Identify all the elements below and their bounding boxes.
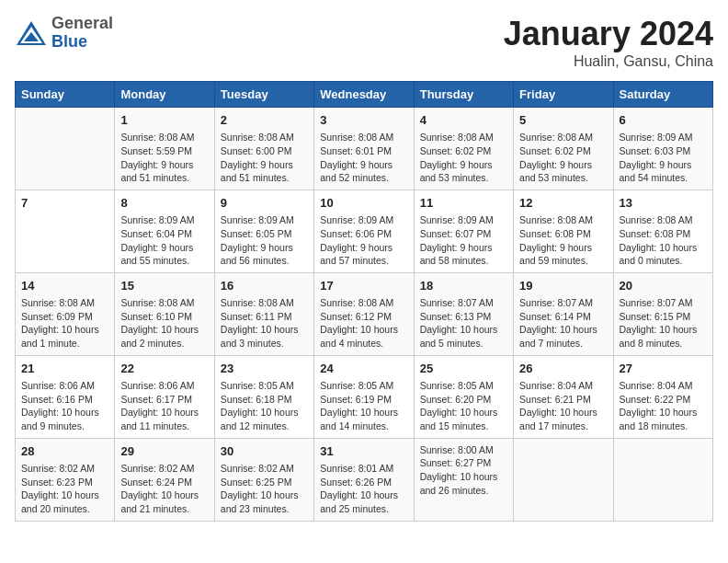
table-row: 11Sunrise: 8:09 AMSunset: 6:07 PMDayligh… — [414, 190, 513, 272]
day-info: Sunrise: 8:08 AMSunset: 6:11 PMDaylight:… — [221, 296, 308, 350]
day-info: Sunrise: 8:06 AMSunset: 6:16 PMDaylight:… — [21, 379, 108, 433]
day-info: Sunrise: 8:04 AMSunset: 6:22 PMDaylight:… — [620, 379, 707, 433]
table-row: 6Sunrise: 8:09 AMSunset: 6:03 PMDaylight… — [613, 108, 712, 190]
calendar-week-row: 28Sunrise: 8:02 AMSunset: 6:23 PMDayligh… — [16, 438, 713, 521]
day-number: 5 — [519, 112, 607, 129]
day-info: Sunrise: 8:08 AMSunset: 6:08 PMDaylight:… — [620, 213, 707, 268]
table-row — [613, 438, 712, 521]
day-number: 1 — [120, 112, 208, 129]
day-number: 20 — [620, 278, 707, 294]
table-row: 31Sunrise: 8:01 AMSunset: 6:26 PMDayligh… — [314, 438, 414, 521]
table-row: 20Sunrise: 8:07 AMSunset: 6:15 PMDayligh… — [613, 272, 712, 355]
table-row: 10Sunrise: 8:09 AMSunset: 6:06 PMDayligh… — [314, 190, 414, 272]
table-row: 14Sunrise: 8:08 AMSunset: 6:09 PMDayligh… — [16, 272, 115, 355]
table-row: 13Sunrise: 8:08 AMSunset: 6:08 PMDayligh… — [613, 190, 712, 272]
day-number: 2 — [221, 112, 308, 129]
col-thursday: Thursday — [414, 82, 513, 108]
logo: General Blue — [15, 15, 113, 52]
day-info: Sunrise: 8:08 AMSunset: 6:09 PMDaylight:… — [21, 296, 108, 350]
day-number: 17 — [320, 278, 407, 294]
day-number: 13 — [620, 195, 707, 212]
day-number: 10 — [320, 195, 407, 212]
day-number: 26 — [519, 361, 607, 377]
page-header: General Blue January 2024 Hualin, Gansu,… — [15, 15, 713, 70]
day-info: Sunrise: 8:08 AMSunset: 6:01 PMDaylight:… — [320, 131, 407, 185]
day-number: 6 — [620, 112, 707, 129]
col-tuesday: Tuesday — [214, 82, 313, 108]
day-info: Sunrise: 8:08 AMSunset: 5:59 PMDaylight:… — [120, 131, 208, 185]
table-row — [16, 108, 115, 190]
calendar-week-row: 78Sunrise: 8:09 AMSunset: 6:04 PMDayligh… — [16, 190, 713, 272]
table-row: Sunrise: 8:00 AMSunset: 6:27 PMDaylight:… — [414, 438, 513, 521]
day-number: 16 — [221, 278, 308, 294]
day-number: 3 — [320, 112, 407, 129]
day-info: Sunrise: 8:05 AMSunset: 6:20 PMDaylight:… — [420, 379, 507, 433]
day-info: Sunrise: 8:02 AMSunset: 6:24 PMDaylight:… — [120, 462, 208, 516]
day-info: Sunrise: 8:02 AMSunset: 6:23 PMDaylight:… — [21, 462, 108, 516]
day-number: 15 — [120, 278, 208, 294]
table-row: 12Sunrise: 8:08 AMSunset: 6:08 PMDayligh… — [514, 190, 613, 272]
col-saturday: Saturday — [613, 82, 712, 108]
day-number: 14 — [21, 278, 108, 294]
table-row: 21Sunrise: 8:06 AMSunset: 6:16 PMDayligh… — [16, 355, 115, 438]
table-row: 2Sunrise: 8:08 AMSunset: 6:00 PMDaylight… — [214, 108, 313, 190]
logo-text: General Blue — [51, 15, 113, 52]
logo-general: General — [51, 14, 113, 32]
calendar-week-row: 21Sunrise: 8:06 AMSunset: 6:16 PMDayligh… — [16, 355, 713, 438]
table-row: 15Sunrise: 8:08 AMSunset: 6:10 PMDayligh… — [115, 272, 214, 355]
day-info: Sunrise: 8:09 AMSunset: 6:05 PMDaylight:… — [221, 213, 308, 268]
day-info: Sunrise: 8:05 AMSunset: 6:18 PMDaylight:… — [221, 379, 308, 433]
table-row: 25Sunrise: 8:05 AMSunset: 6:20 PMDayligh… — [414, 355, 513, 438]
day-number: 24 — [320, 361, 407, 377]
day-info: Sunrise: 8:08 AMSunset: 6:12 PMDaylight:… — [320, 296, 407, 350]
day-number: 22 — [120, 361, 208, 377]
col-wednesday: Wednesday — [314, 82, 414, 108]
table-row: 26Sunrise: 8:04 AMSunset: 6:21 PMDayligh… — [514, 355, 613, 438]
day-info: Sunrise: 8:07 AMSunset: 6:13 PMDaylight:… — [420, 296, 507, 350]
table-row: 18Sunrise: 8:07 AMSunset: 6:13 PMDayligh… — [414, 272, 513, 355]
day-number: 28 — [21, 443, 108, 460]
day-info: Sunrise: 8:08 AMSunset: 6:02 PMDaylight:… — [420, 131, 507, 185]
day-number: 31 — [320, 443, 407, 460]
logo-blue: Blue — [51, 32, 87, 51]
table-row: 28Sunrise: 8:02 AMSunset: 6:23 PMDayligh… — [16, 438, 115, 521]
day-info: Sunrise: 8:08 AMSunset: 6:00 PMDaylight:… — [221, 131, 308, 185]
table-row: 27Sunrise: 8:04 AMSunset: 6:22 PMDayligh… — [613, 355, 712, 438]
day-number: 11 — [420, 195, 507, 212]
location: Hualin, Gansu, China — [504, 53, 713, 70]
day-number: 7 — [21, 195, 108, 212]
day-info: Sunrise: 8:07 AMSunset: 6:15 PMDaylight:… — [620, 296, 707, 350]
day-info: Sunrise: 8:04 AMSunset: 6:21 PMDaylight:… — [519, 379, 607, 433]
calendar-table: Sunday Monday Tuesday Wednesday Thursday… — [15, 81, 713, 522]
table-row: 3Sunrise: 8:08 AMSunset: 6:01 PMDaylight… — [314, 108, 414, 190]
table-row: 9Sunrise: 8:09 AMSunset: 6:05 PMDaylight… — [214, 190, 313, 272]
col-monday: Monday — [115, 82, 214, 108]
table-row: 23Sunrise: 8:05 AMSunset: 6:18 PMDayligh… — [214, 355, 313, 438]
day-info: Sunrise: 8:09 AMSunset: 6:03 PMDaylight:… — [620, 131, 707, 185]
table-row: 4Sunrise: 8:08 AMSunset: 6:02 PMDaylight… — [414, 108, 513, 190]
day-info: Sunrise: 8:00 AMSunset: 6:27 PMDaylight:… — [420, 443, 507, 498]
table-row: 24Sunrise: 8:05 AMSunset: 6:19 PMDayligh… — [314, 355, 414, 438]
day-number: 21 — [21, 361, 108, 377]
day-number: 4 — [420, 112, 507, 129]
day-info: Sunrise: 8:09 AMSunset: 6:04 PMDaylight:… — [120, 213, 208, 268]
day-number: 25 — [420, 361, 507, 377]
day-info: Sunrise: 8:07 AMSunset: 6:14 PMDaylight:… — [519, 296, 607, 350]
table-row: 30Sunrise: 8:02 AMSunset: 6:25 PMDayligh… — [214, 438, 313, 521]
day-number: 18 — [420, 278, 507, 294]
day-number: 9 — [221, 195, 308, 212]
day-info: Sunrise: 8:02 AMSunset: 6:25 PMDaylight:… — [221, 462, 308, 516]
day-number: 23 — [221, 361, 308, 377]
day-number: 19 — [519, 278, 607, 294]
day-number: 30 — [221, 443, 308, 460]
col-friday: Friday — [514, 82, 613, 108]
table-row: 5Sunrise: 8:08 AMSunset: 6:02 PMDaylight… — [514, 108, 613, 190]
day-info: Sunrise: 8:01 AMSunset: 6:26 PMDaylight:… — [320, 462, 407, 516]
table-row — [514, 438, 613, 521]
day-info: Sunrise: 8:06 AMSunset: 6:17 PMDaylight:… — [120, 379, 208, 433]
table-row: 8Sunrise: 8:09 AMSunset: 6:04 PMDaylight… — [115, 190, 214, 272]
logo-icon — [15, 19, 48, 47]
day-info: Sunrise: 8:09 AMSunset: 6:06 PMDaylight:… — [320, 213, 407, 268]
table-row: 7 — [16, 190, 115, 272]
day-number: 29 — [120, 443, 208, 460]
